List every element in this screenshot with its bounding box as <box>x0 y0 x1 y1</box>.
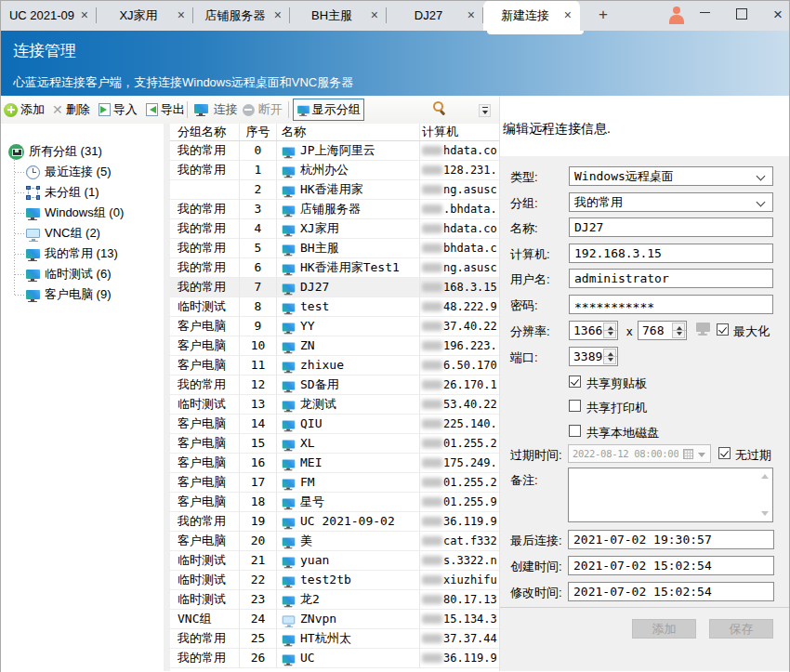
user-account-icon[interactable] <box>667 7 685 24</box>
table-row[interactable]: 客户电脑9YY37.40.22 <box>170 317 499 336</box>
monitor-icon <box>283 206 296 215</box>
share-disk-checkbox[interactable] <box>569 425 581 437</box>
monitor-icon <box>283 460 296 468</box>
tab-close-icon[interactable]: × <box>371 0 378 31</box>
port-label: 端口: <box>510 349 538 366</box>
name-input[interactable]: DJ27 <box>569 217 773 237</box>
username-input[interactable]: administrator <box>569 269 773 288</box>
table-row[interactable]: 我的常用19UC 2021-09-0236.119.9 <box>170 512 499 532</box>
table-row[interactable]: 我的常用26UC36.119.9 <box>170 649 499 668</box>
toolbar-overflow-button[interactable] <box>479 104 491 117</box>
tab-close-icon[interactable]: × <box>564 0 572 31</box>
tab-xj-home[interactable]: XJ家用× <box>97 0 193 31</box>
fullscreen-monitor-icon[interactable] <box>696 323 710 332</box>
table-row[interactable]: 客户电脑10ZN196.223. <box>170 336 499 356</box>
table-row[interactable]: 客户电脑14QIU225.140. <box>170 415 499 434</box>
share-clipboard-checkbox[interactable] <box>569 376 581 388</box>
table-row[interactable]: 临时测试21yuans.3322.n <box>170 551 499 571</box>
no-expire-checkbox[interactable] <box>718 447 731 459</box>
table-row[interactable]: 我的常用3店铺服务器.bhdata. <box>170 200 499 219</box>
tree-item-VNC组[interactable]: VNC组 (2) <box>26 223 100 244</box>
col-group-name[interactable]: 分组名称 <box>170 124 240 140</box>
table-row[interactable]: 我的常用0JP上海阿里云hdata.co <box>170 141 499 161</box>
table-row[interactable]: 我的常用4XJ家用hdata.co <box>170 219 499 239</box>
port-spinner[interactable]: 3389 <box>569 347 618 366</box>
calendar-icon[interactable] <box>683 449 693 459</box>
sidebar-splitter[interactable] <box>164 124 170 671</box>
tree-item-Windows组[interactable]: Windows组 (0) <box>26 203 124 223</box>
tree-item-客户电脑[interactable]: 客户电脑 (9) <box>26 284 112 305</box>
redacted-host-prefix <box>422 575 442 585</box>
panel-save-button[interactable]: 保存 <box>709 619 773 639</box>
expire-time-picker[interactable]: 2022-08-12 08:00:00 <box>568 444 711 463</box>
table-row[interactable]: 临时测试8test48.222.9 <box>170 297 499 317</box>
tree-root-all-groups[interactable]: 所有分组 (31) <box>8 141 102 162</box>
table-row[interactable]: 客户电脑11zhixue6.50.170 <box>170 356 499 376</box>
table-row[interactable]: 客户电脑17FM01.255.2 <box>170 473 499 493</box>
date-dropdown-arrow[interactable] <box>698 453 705 457</box>
table-row[interactable]: 临时测试22test2tbxiuzhifu <box>170 571 499 590</box>
table-row[interactable]: 客户电脑15XL01.255.2 <box>170 434 499 454</box>
window-close-button[interactable]: × <box>767 4 789 26</box>
table-row[interactable]: 客户电脑16MEI175.249. <box>170 454 499 473</box>
tab-close-icon[interactable]: × <box>81 0 88 31</box>
connect-button[interactable]: 连接 <box>190 101 238 118</box>
password-input[interactable]: *********** <box>569 295 773 314</box>
table-row[interactable]: 2HK香港用家ng.asusc <box>170 180 499 200</box>
scroll-up-arrow[interactable] <box>761 474 769 479</box>
tab-close-icon[interactable]: × <box>274 0 282 31</box>
export-button[interactable]: 导出 <box>138 101 185 118</box>
table-row[interactable]: 我的常用12SD备用26.170.1 <box>170 376 499 395</box>
type-dropdown[interactable]: Windows远程桌面 <box>569 166 773 186</box>
table-row[interactable]: 我的常用6HK香港用家Test1ng.asusc <box>170 258 499 278</box>
tab-shop-server[interactable]: 店铺服务器× <box>193 0 290 31</box>
spinner-arrows[interactable] <box>603 349 616 364</box>
scroll-down-arrow[interactable] <box>761 511 769 516</box>
table-row[interactable]: 我的常用1杭州办公128.231. <box>170 161 499 180</box>
spinner-arrows[interactable] <box>603 323 616 338</box>
tree-item-未分组[interactable]: 未分组 (1) <box>26 182 99 203</box>
tab-uc-2021-09[interactable]: UC 2021-09× <box>0 0 97 31</box>
col-index[interactable]: 序号 <box>240 124 277 140</box>
show-groups-toggle[interactable]: 显示分组 <box>293 99 364 121</box>
col-computer[interactable]: 计算机 <box>420 124 499 140</box>
maximize-checkbox[interactable] <box>717 323 729 336</box>
panel-add-button[interactable]: 添加 <box>632 619 696 639</box>
table-row[interactable]: 临时测试23龙280.17.13 <box>170 590 499 610</box>
spinner-arrows[interactable] <box>672 323 685 338</box>
resolution-width-spinner[interactable]: 1366 <box>569 321 618 340</box>
redacted-host-prefix <box>422 341 442 350</box>
computer-input[interactable]: 192.168.3.15 <box>569 244 773 263</box>
table-row[interactable]: 客户电脑20美cat.f332 <box>170 532 499 551</box>
col-name[interactable]: 名称 <box>277 124 420 140</box>
add-button[interactable]: 添加 <box>0 101 45 118</box>
import-button[interactable]: 导入 <box>90 101 138 118</box>
minimize-button[interactable] <box>700 12 710 13</box>
search-icon[interactable] <box>433 101 443 112</box>
tree-item-临时测试[interactable]: 临时测试 (6) <box>26 264 112 284</box>
resolution-height-spinner[interactable]: 768 <box>638 321 687 340</box>
modify-time-value: 2021-07-02 15:02:54 <box>568 582 774 601</box>
tab-new-connection[interactable]: 新建连接× <box>483 0 580 31</box>
redacted-host-prefix <box>422 322 442 331</box>
table-row[interactable]: 我的常用5BH主服bhdata.c <box>170 239 499 258</box>
tree-item-我的常用[interactable]: 我的常用 (13) <box>26 244 118 264</box>
table-row[interactable]: 客户电脑18星号01.255.9 <box>170 493 499 512</box>
tab-bh-main[interactable]: BH主服× <box>290 0 387 31</box>
delete-button[interactable]: ✕删除 <box>45 101 90 118</box>
disconnect-button[interactable]: 断开 <box>238 101 283 118</box>
tree-item-最近连接[interactable]: 最近连接 (5) <box>26 162 112 182</box>
notes-textarea[interactable] <box>568 468 773 522</box>
monitor-icon <box>283 167 296 176</box>
share-printer-checkbox[interactable] <box>569 400 581 412</box>
table-row[interactable]: 我的常用25HT杭州太37.37.44 <box>170 629 499 649</box>
group-dropdown[interactable]: 我的常用 <box>569 192 773 212</box>
new-tab-button[interactable]: + <box>595 7 612 23</box>
maximize-button[interactable] <box>736 8 747 20</box>
tab-dj27[interactable]: DJ27× <box>387 0 483 31</box>
tab-close-icon[interactable]: × <box>467 0 475 31</box>
table-row[interactable]: 我的常用7DJ27168.3.15 <box>170 278 499 297</box>
table-row[interactable]: VNC组24ZNvpn15.134.3 <box>170 610 499 629</box>
tab-close-icon[interactable]: × <box>178 0 185 31</box>
table-row[interactable]: 临时测试13龙测试53.40.22 <box>170 395 499 415</box>
